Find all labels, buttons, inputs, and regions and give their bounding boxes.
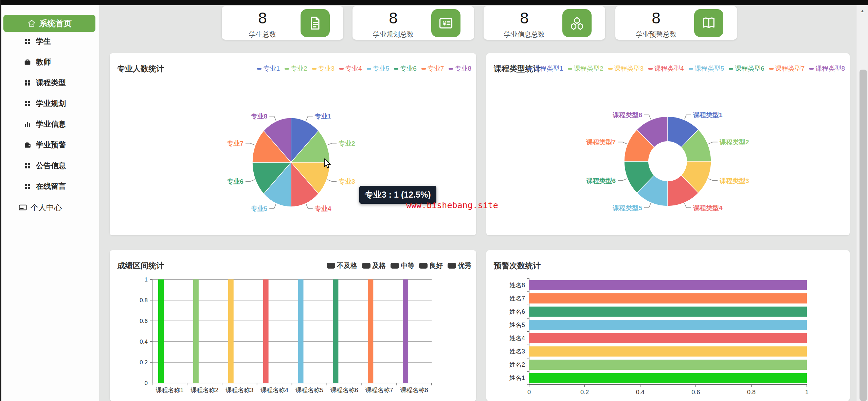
sidebar-item-label: 个人中心 bbox=[31, 202, 62, 213]
pie-label: 专业1 bbox=[314, 113, 331, 120]
sidebar-item-label: 教师 bbox=[36, 57, 51, 67]
x-category-label: 课程名称6 bbox=[330, 387, 358, 394]
grid-icon bbox=[24, 183, 31, 190]
warning-bar-chart: 00.20.40.60.81姓名1姓名2姓名3姓名4姓名5姓名6姓名7姓名8 bbox=[486, 250, 850, 401]
sidebar-item-label: 学业信息 bbox=[36, 119, 66, 129]
label-connector bbox=[327, 143, 337, 145]
pie-label: 课程类型4 bbox=[693, 204, 723, 212]
sidebar-item-label: 学生 bbox=[36, 36, 51, 47]
x-tick-label: 0.4 bbox=[636, 389, 645, 396]
x-tick-label: 1 bbox=[805, 389, 809, 396]
x-category-label: 课程名称4 bbox=[260, 387, 288, 394]
bar-姓名4[interactable] bbox=[529, 333, 807, 343]
document-icon bbox=[301, 9, 330, 37]
stat-label: 学生总数 bbox=[225, 30, 300, 39]
bar-课程名称7[interactable] bbox=[368, 279, 373, 383]
sidebar-item-label: 课程类型 bbox=[36, 78, 66, 88]
sidebar-item-profile[interactable]: 个人中心 bbox=[0, 201, 99, 214]
course-donut-chart: 课程类型1课程类型2课程类型3课程类型4课程类型5课程类型6课程类型7课程类型8 bbox=[486, 53, 850, 235]
y-tick-label: 0.4 bbox=[140, 339, 148, 345]
bar-课程名称3[interactable] bbox=[228, 279, 234, 383]
bar-课程名称2[interactable] bbox=[193, 279, 199, 383]
mouse-cursor bbox=[323, 158, 332, 170]
top-black-bar bbox=[0, 0, 868, 5]
bar-姓名5[interactable] bbox=[529, 320, 807, 330]
label-connector bbox=[246, 143, 255, 145]
y-tick-label: 0.8 bbox=[140, 297, 148, 304]
x-tick-label: 0.2 bbox=[580, 389, 589, 396]
scrollbar: ▲ bbox=[856, 5, 868, 401]
bar-姓名3[interactable] bbox=[529, 346, 807, 357]
dashboard-page: 系统首页 学生教师课程类型学业规划学业信息学业预警公告信息在线留言 个人中心 8… bbox=[0, 0, 868, 401]
stat-card-3: 8学业信息总数 bbox=[484, 6, 605, 40]
pie-label: 专业8 bbox=[251, 113, 268, 120]
bar-课程名称8[interactable] bbox=[403, 279, 408, 383]
scrollbar-up-arrow[interactable]: ▲ bbox=[856, 6, 868, 15]
watermark-text: www.bishebang.site bbox=[406, 200, 498, 210]
pie-label: 课程类型7 bbox=[586, 139, 616, 146]
y-tick-label: 0 bbox=[145, 380, 148, 386]
label-connector bbox=[618, 142, 627, 144]
stat-card-1: 8学生总数 bbox=[222, 6, 343, 40]
sidebar-item-4[interactable]: 学业规划 bbox=[0, 97, 99, 110]
bar-姓名1[interactable] bbox=[529, 373, 807, 383]
x-category-label: 课程名称1 bbox=[156, 387, 183, 394]
scrollbar-thumb[interactable] bbox=[860, 70, 867, 401]
pie-label: 课程类型8 bbox=[612, 111, 642, 119]
sidebar-item-5[interactable]: 学业信息 bbox=[0, 117, 99, 131]
bar-姓名6[interactable] bbox=[529, 307, 807, 317]
sidebar: 系统首页 学生教师课程类型学业规划学业信息学业预警公告信息在线留言 个人中心 bbox=[0, 5, 99, 401]
label-connector bbox=[246, 180, 255, 181]
card-score-bars: 成绩区间统计 不及格及格中等良好优秀 00.20.40.60.81课程名称1课程… bbox=[110, 250, 476, 401]
sidebar-item-8[interactable]: 在线留言 bbox=[0, 180, 99, 193]
bar-课程名称5[interactable] bbox=[298, 279, 304, 383]
x-tick-label: 0.6 bbox=[691, 389, 700, 396]
pie-label: 专业2 bbox=[338, 140, 355, 147]
x-category-label: 课程名称2 bbox=[191, 387, 218, 394]
x-category-label: 课程名称7 bbox=[365, 387, 393, 394]
sidebar-item-7[interactable]: 公告信息 bbox=[0, 159, 99, 172]
svg-text:¥: ¥ bbox=[443, 20, 446, 26]
card-warning-bars: 预警次数统计 00.20.40.60.81姓名1姓名2姓名3姓名4姓名5姓名6姓… bbox=[486, 250, 850, 401]
bar-姓名8[interactable] bbox=[529, 280, 807, 290]
bar-姓名2[interactable] bbox=[529, 360, 807, 370]
stat-value: 8 bbox=[232, 9, 293, 27]
grid-icon bbox=[24, 100, 31, 107]
pie-label: 课程类型3 bbox=[719, 177, 749, 184]
stat-value: 8 bbox=[626, 9, 687, 27]
bar-课程名称4[interactable] bbox=[263, 279, 269, 383]
sidebar-item-label: 学业预警 bbox=[36, 140, 66, 150]
sidebar-item-2[interactable]: 教师 bbox=[0, 55, 99, 69]
window-left-edge bbox=[0, 0, 1, 401]
stat-value: 8 bbox=[363, 9, 424, 27]
sidebar-item-1[interactable]: 学生 bbox=[0, 35, 99, 48]
sidebar-item-3[interactable]: 课程类型 bbox=[0, 76, 99, 90]
y-category-label: 姓名1 bbox=[509, 375, 525, 381]
pie-label: 专业3 bbox=[338, 178, 355, 185]
id-card-icon bbox=[18, 204, 27, 211]
pie-label: 专业5 bbox=[251, 205, 268, 212]
cubes-icon bbox=[562, 9, 592, 37]
wallet-icon bbox=[24, 141, 31, 149]
pie-label: 课程类型1 bbox=[693, 111, 723, 119]
sidebar-item-home[interactable]: 系统首页 bbox=[3, 15, 95, 32]
bar-课程名称1[interactable] bbox=[158, 279, 164, 383]
y-category-label: 姓名7 bbox=[509, 295, 525, 302]
sidebar-item-label: 在线留言 bbox=[36, 181, 66, 192]
bar-chart-icon bbox=[24, 121, 31, 128]
sidebar-item-6[interactable]: 学业预警 bbox=[0, 138, 99, 152]
donut-hole bbox=[648, 141, 687, 181]
home-icon bbox=[27, 19, 36, 28]
stat-label: 学业规划总数 bbox=[356, 30, 431, 39]
x-tick-label: 0.8 bbox=[747, 389, 756, 396]
label-connector bbox=[685, 203, 691, 208]
label-connector bbox=[708, 179, 718, 180]
x-tick-label: 0 bbox=[527, 389, 531, 396]
label-connector bbox=[306, 204, 312, 208]
card-course-donut: 课程类型统计 课程类型1课程类型2课程类型3课程类型4课程类型5课程类型6课程类… bbox=[486, 53, 850, 235]
stat-value: 8 bbox=[494, 9, 555, 27]
label-connector bbox=[269, 204, 276, 208]
y-tick-label: 1 bbox=[145, 276, 148, 283]
bar-课程名称6[interactable] bbox=[333, 279, 338, 383]
bar-姓名7[interactable] bbox=[529, 293, 807, 304]
